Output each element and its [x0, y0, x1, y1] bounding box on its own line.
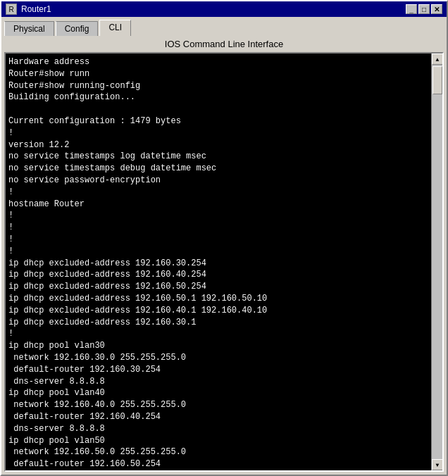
content-area: IOS Command Line Interface Hardware addr… [1, 36, 447, 475]
minimize-button[interactable]: _ [406, 4, 417, 14]
router-window: R Router1 _ □ ✕ Physical Config CLI IOS … [0, 0, 448, 476]
cli-output[interactable]: Hardware address Router#show runn Router… [6, 54, 431, 470]
cli-container: Hardware address Router#show runn Router… [4, 52, 444, 472]
title-bar-left: R Router1 [6, 4, 51, 15]
section-title: IOS Command Line Interface [4, 39, 444, 49]
scrollbar-track[interactable] [432, 65, 442, 459]
tab-physical[interactable]: Physical [4, 21, 54, 36]
tab-cli[interactable]: CLI [99, 20, 131, 36]
tab-config[interactable]: Config [56, 21, 99, 36]
scrollbar: ▲ ▼ [431, 54, 442, 470]
window-title: Router1 [21, 4, 51, 14]
scrollbar-thumb[interactable] [433, 66, 442, 94]
scroll-down-button[interactable]: ▼ [432, 459, 443, 470]
window-icon: R [6, 4, 17, 15]
tab-bar: Physical Config CLI [1, 17, 447, 36]
maximize-button[interactable]: □ [418, 4, 430, 14]
close-button[interactable]: ✕ [431, 4, 442, 14]
title-bar: R Router1 _ □ ✕ [1, 1, 447, 17]
scroll-up-button[interactable]: ▲ [432, 54, 443, 65]
title-controls: _ □ ✕ [406, 4, 442, 14]
